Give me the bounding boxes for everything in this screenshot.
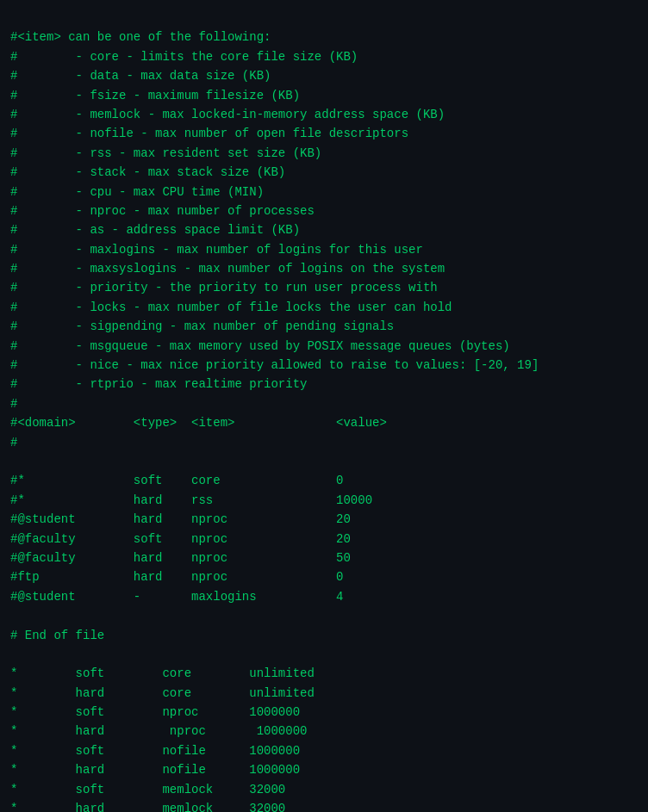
code-line: # - locks - max number of file locks the… — [10, 298, 638, 317]
code-line: * soft nproc 1000000 — [10, 703, 638, 722]
code-line — [10, 452, 638, 471]
code-line: #* hard rss 10000 — [10, 491, 638, 510]
code-line: # End of file — [10, 626, 638, 645]
code-line: # - nofile - max number of open file des… — [10, 124, 638, 143]
code-line: # - maxlogins - max number of logins for… — [10, 240, 638, 259]
code-line: #ftp hard nproc 0 — [10, 567, 638, 586]
code-line: # - core - limits the core file size (KB… — [10, 47, 638, 66]
code-line: # - as - address space limit (KB) — [10, 220, 638, 239]
code-line: # - data - max data size (KB) — [10, 66, 638, 85]
code-line: # - stack - max stack size (KB) — [10, 163, 638, 182]
code-line: # - memlock - max locked-in-memory addre… — [10, 105, 638, 124]
code-line: # - sigpending - max number of pending s… — [10, 317, 638, 336]
code-line: # - priority - the priority to run user … — [10, 278, 638, 297]
code-content: #<item> can be one of the following:# - … — [10, 9, 638, 812]
code-line: # - rss - max resident set size (KB) — [10, 144, 638, 163]
code-line: # - fsize - maximum filesize (KB) — [10, 86, 638, 105]
code-line: * hard nproc 1000000 — [10, 722, 638, 741]
code-line: * soft memlock 32000 — [10, 780, 638, 799]
code-line: #@student - maxlogins 4 — [10, 587, 638, 606]
code-line: #@faculty hard nproc 50 — [10, 549, 638, 567]
code-line: #<item> can be one of the following: — [10, 28, 638, 46]
code-line: * soft nofile 1000000 — [10, 741, 638, 760]
code-line: * hard core unlimited — [10, 684, 638, 703]
code-line: # - maxsyslogins - max number of logins … — [10, 259, 638, 278]
code-line: #@faculty soft nproc 20 — [10, 530, 638, 549]
code-line: * hard nofile 1000000 — [10, 760, 638, 779]
code-line: # - nproc - max number of processes — [10, 201, 638, 220]
code-line: #<domain> <type> <item> <value> — [10, 413, 638, 432]
code-line: # — [10, 394, 638, 413]
code-line: * soft core unlimited — [10, 664, 638, 683]
code-line: # - rtprio - max realtime priority — [10, 375, 638, 394]
code-line — [10, 606, 638, 625]
code-line: * hard memlock 32000 — [10, 799, 638, 812]
code-line: #@student hard nproc 20 — [10, 510, 638, 529]
code-line: # - msgqueue - max memory used by POSIX … — [10, 337, 638, 356]
code-line: # - cpu - max CPU time (MIN) — [10, 183, 638, 201]
code-line: #* soft core 0 — [10, 471, 638, 490]
code-line: # - nice - max nice priority allowed to … — [10, 356, 638, 375]
code-line — [10, 645, 638, 664]
code-line: # — [10, 433, 638, 452]
